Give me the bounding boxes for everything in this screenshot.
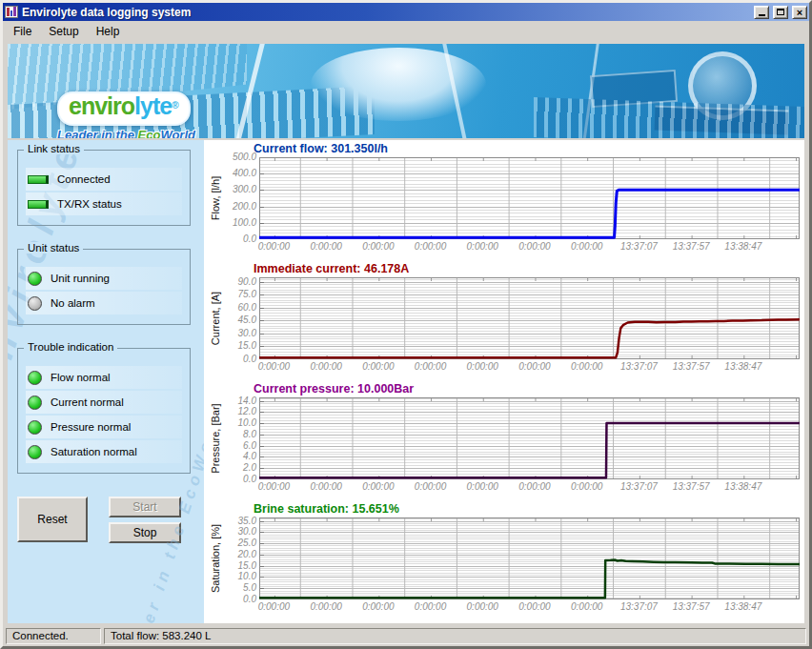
y-tick-label: 10.0 — [238, 418, 256, 428]
x-tick-label: 0:00:00 — [518, 601, 550, 612]
y-tick-label: 500.0 — [233, 152, 256, 162]
x-tick-label: 13:37:07 — [620, 601, 658, 612]
status-row-saturation-normal: Saturation normal — [26, 440, 182, 463]
close-button[interactable]: × — [792, 6, 807, 19]
status-row-current-normal: Current normal — [26, 391, 182, 414]
status-row-no-alarm: No alarm — [26, 292, 182, 314]
x-tick-label: 13:37:57 — [673, 601, 710, 612]
x-tick-label: 0:00:00 — [258, 361, 290, 372]
status-connection: Connected. — [6, 628, 101, 644]
menu-help[interactable]: Help — [88, 23, 129, 40]
x-tick-label: 0:00:00 — [467, 481, 498, 492]
chart-current-y-axis-label: Current, [A] — [208, 277, 223, 359]
window-title: Envirolyte data logging system — [22, 6, 750, 19]
x-tick-label: 0:00:00 — [362, 601, 394, 612]
x-tick-label: 0:00:00 — [310, 601, 341, 612]
y-tick-label: 14.0 — [238, 396, 256, 406]
x-tick-label: 13:38:47 — [724, 481, 761, 492]
chart-flow-plot — [259, 157, 800, 239]
y-tick-label: 12.0 — [238, 407, 256, 416]
y-tick-label: 15.0 — [238, 561, 256, 571]
x-tick-label: 0:00:00 — [571, 361, 602, 372]
reset-button[interactable]: Reset — [17, 497, 88, 542]
maximize-button[interactable] — [773, 6, 788, 19]
x-tick-label: 0:00:00 — [571, 481, 602, 492]
current-normal-led-icon — [28, 395, 42, 410]
client-area: envirolyte® Leader in the EcoWorld envir… — [3, 41, 809, 626]
x-tick-label: 13:37:07 — [620, 241, 658, 252]
x-tick-label: 0:00:00 — [415, 241, 446, 252]
menu-file[interactable]: File — [5, 23, 40, 40]
y-tick-label: 15.0 — [238, 341, 256, 351]
y-tick-label: 45.0 — [238, 315, 256, 325]
status-row-connected: Connected — [26, 168, 182, 191]
chart-saturation-title: Brine saturation: 15.651% — [208, 501, 800, 517]
chart-saturation-y-ticks: 35.030.025.020.015.010.05.00.0 — [223, 517, 259, 599]
charts-panel: Current flow: 301.350l/h Flow, [l/h] 500… — [204, 140, 804, 623]
group-unit-status: Unit status Unit running No alarm — [17, 249, 191, 325]
x-tick-label: 0:00:00 — [571, 241, 602, 252]
chart-flow-y-axis-label: Flow, [l/h] — [208, 157, 223, 239]
x-tick-label: 0:00:00 — [362, 361, 394, 372]
chart-pressure-y-ticks: 14.012.010.08.06.04.02.00.0 — [223, 397, 259, 479]
chart-saturation-y-axis-label: Saturation, [%] — [208, 517, 223, 599]
x-tick-label: 0:00:00 — [415, 361, 446, 372]
y-tick-label: 2.0 — [243, 463, 256, 473]
chart-pressure-plot — [259, 397, 800, 479]
title-bar: Envirolyte data logging system × — [3, 3, 809, 21]
chart-flow-y-ticks: 500.0400.0300.0200.0100.00.0 — [223, 157, 259, 239]
unit-running-led-icon — [28, 272, 42, 286]
chart-pressure: Current pressure: 10.000Bar Pressure, [B… — [208, 381, 800, 501]
x-tick-label: 0:00:00 — [258, 241, 290, 252]
x-tick-label: 0:00:00 — [571, 601, 602, 612]
chart-current-plot — [259, 277, 800, 359]
y-tick-label: 6.0 — [243, 441, 256, 451]
x-tick-label: 0:00:00 — [467, 241, 498, 252]
chart-pressure-x-ticks: 0:00:000:00:000:00:000:00:000:00:000:00:… — [259, 479, 800, 495]
chart-current: Immediate current: 46.178A Current, [A] … — [208, 261, 800, 381]
y-tick-label: 100.0 — [233, 218, 256, 228]
x-tick-label: 0:00:00 — [467, 601, 498, 612]
group-link-status: Link status Connected TX/RX status — [17, 150, 191, 226]
logo-registered-mark: ® — [172, 100, 178, 111]
flow-normal-led-icon — [28, 371, 42, 385]
minimize-button[interactable] — [754, 6, 769, 19]
status-row-pressure-normal: Pressure normal — [26, 416, 182, 438]
x-tick-label: 13:37:57 — [673, 241, 710, 252]
status-bar: Connected. Total flow: 583.240 L — [3, 626, 809, 646]
pressure-normal-led-icon — [28, 420, 42, 435]
connected-led-icon — [28, 175, 49, 184]
app-icon — [5, 6, 18, 18]
minimize-icon — [759, 14, 765, 16]
x-tick-label: 0:00:00 — [518, 481, 550, 492]
maximize-icon — [777, 9, 784, 15]
status-total-flow: Total flow: 583.240 L — [104, 628, 806, 644]
start-button[interactable]: Start — [109, 497, 181, 517]
logo-tagline: Leader in the EcoWorld — [57, 128, 195, 138]
x-tick-label: 13:37:07 — [620, 481, 658, 492]
logo-lyte-text: lyte — [134, 92, 172, 119]
group-unit-status-label: Unit status — [24, 242, 83, 254]
envirolyte-logo: envirolyte® Leader in the EcoWorld — [57, 91, 195, 138]
menu-bar: File Setup Help — [3, 21, 809, 41]
chart-saturation-plot-row: Saturation, [%] 35.030.025.020.015.010.0… — [208, 517, 800, 599]
group-trouble-indication: Trouble indication Flow normal Current n… — [17, 348, 191, 474]
group-trouble-indication-label: Trouble indication — [24, 341, 117, 353]
banner: envirolyte® Leader in the EcoWorld — [8, 44, 804, 138]
chart-current-title: Immediate current: 46.178A — [208, 261, 800, 277]
menu-setup[interactable]: Setup — [40, 23, 87, 40]
x-tick-label: 13:37:07 — [620, 361, 658, 372]
saturation-normal-led-icon — [28, 445, 42, 459]
y-tick-label: 75.0 — [238, 290, 256, 299]
y-tick-label: 30.0 — [238, 329, 256, 338]
no-alarm-led-icon — [28, 296, 42, 311]
x-tick-label: 0:00:00 — [310, 481, 341, 492]
y-tick-label: 20.0 — [238, 550, 256, 559]
x-tick-label: 0:00:00 — [310, 361, 341, 372]
chart-pressure-title: Current pressure: 10.000Bar — [208, 381, 800, 397]
logo-enviro-text: enviro — [69, 92, 134, 119]
y-tick-label: 0.0 — [243, 595, 256, 604]
x-tick-label: 0:00:00 — [362, 241, 394, 252]
x-tick-label: 0:00:00 — [310, 241, 341, 252]
y-tick-label: 90.0 — [238, 277, 256, 287]
